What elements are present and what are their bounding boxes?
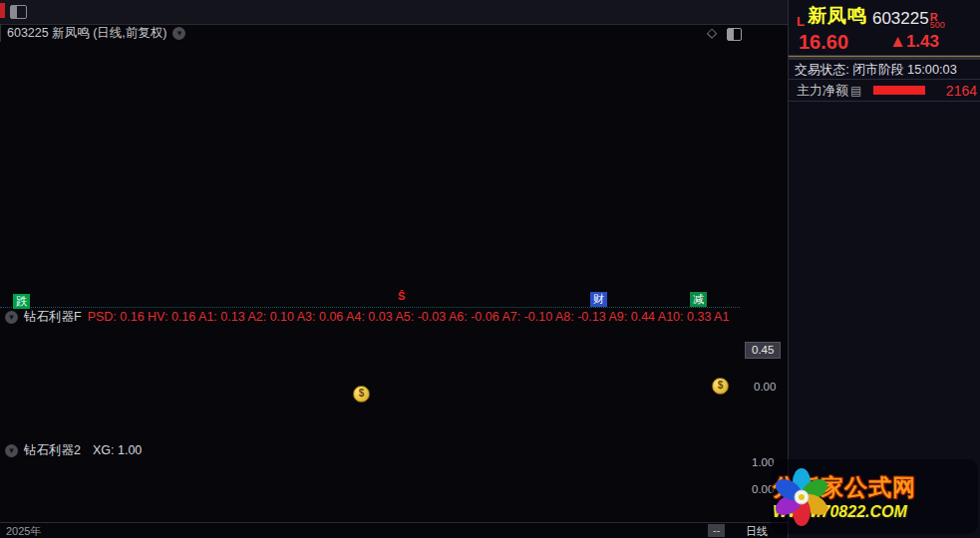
indicator1-axis-high: 0.45 (745, 342, 781, 359)
chart-title-row: 603225 新凤鸣 (日线,前复权) ▾ (0, 24, 789, 42)
moneybag-signal-icon: $ (353, 386, 370, 403)
price-change: ▲1.43 (889, 32, 939, 52)
last-price: 16.60 (799, 31, 848, 54)
drop-signal-badge: 跌 (13, 294, 30, 309)
chevron-down-icon[interactable]: ▾ (5, 311, 18, 324)
indicator2-chart[interactable] (0, 458, 788, 522)
tag-500: 500 (930, 21, 945, 29)
timeline-year: 2025年 (6, 524, 41, 538)
trading-status: 交易状态: 闭市阶段 15:00:03 (789, 60, 980, 79)
indicator1-axis-zero: 0.00 (754, 381, 776, 393)
candlestick-chart[interactable] (0, 42, 788, 307)
wealth-signal-badge: 财 (590, 292, 607, 307)
window-layout-icon[interactable] (10, 5, 27, 19)
indicator1-values: PSD: 0.16 HV: 0.16 A1: 0.13 A2: 0.10 A3:… (88, 310, 730, 324)
flower-logo-icon (771, 463, 832, 531)
watermark: 分析家公式网 WWW.70822.COM (771, 459, 978, 534)
chart-title: 603225 新凤鸣 (日线,前复权) (7, 25, 166, 42)
indicator1-name[interactable]: 钻石利器F (24, 309, 82, 326)
main-force-bar (873, 86, 925, 95)
indicator2-values: XG: 1.00 (93, 443, 142, 457)
corner-marker (0, 3, 5, 18)
sell-signal-marker: Ŝ (395, 289, 408, 304)
moneybag-signal-icon: $ (712, 378, 729, 395)
timeline-period-label[interactable]: 日线 (746, 524, 768, 538)
split-panel-icon[interactable] (727, 28, 742, 41)
toolbar (0, 0, 788, 25)
main-force-label: 主力净额 (797, 82, 848, 100)
main-force-row[interactable]: 主力净额 ▤ 2164 (789, 80, 980, 101)
indicator1-header: ▾ 钻石利器F PSD: 0.16 HV: 0.16 A1: 0.13 A2: … (0, 307, 740, 326)
timeline-nav-button[interactable]: -- (708, 524, 725, 537)
list-icon[interactable]: ▤ (850, 84, 861, 98)
stock-name[interactable]: 新凤鸣 (808, 3, 867, 29)
main-force-value: 2164 (925, 83, 977, 99)
chevron-down-icon[interactable]: ▾ (5, 444, 18, 457)
indicator1-chart[interactable] (0, 325, 788, 438)
stock-header: L 新凤鸣 603225 R 500 (789, 0, 980, 29)
stock-code: 603225 (872, 9, 929, 29)
quote-panel: L 新凤鸣 603225 R 500 16.60 ▲1.43 交易状态: 闭市阶… (788, 0, 980, 538)
stock-trading-app: 603225 新凤鸣 (日线,前复权) ▾ ◇ 跌 Ŝ 财 减 ▾ 钻石利器F … (0, 0, 980, 538)
flag-l: L (797, 14, 805, 29)
chevron-down-icon[interactable]: ▾ (172, 27, 185, 40)
price-row: 16.60 ▲1.43 (789, 29, 980, 55)
indicator2-name[interactable]: 钻石利器2 (24, 442, 81, 459)
diamond-icon[interactable]: ◇ (707, 25, 717, 40)
time-axis[interactable]: 2025年 -- 日线 (0, 522, 788, 538)
margin-tag: R 500 (930, 13, 945, 29)
reduce-signal-badge: 减 (690, 292, 707, 307)
indicator2-header: ▾ 钻石利器2 XG: 1.00 (0, 441, 740, 459)
